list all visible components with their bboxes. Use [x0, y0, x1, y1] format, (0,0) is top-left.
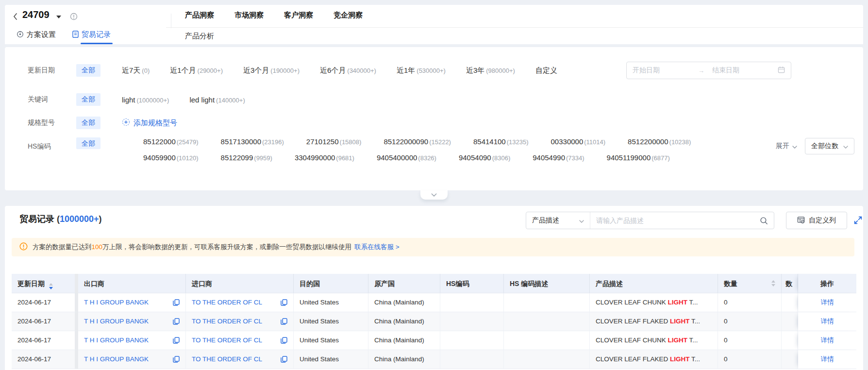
cell-destination: United States — [294, 293, 368, 312]
cell-origin: China (Mainland) — [368, 293, 440, 312]
option-count: (1000000+) — [137, 97, 169, 104]
hs-code-option[interactable]: 85414100(13235) — [473, 137, 529, 146]
exporter-link[interactable]: T H I GROUP BANGK — [84, 312, 149, 331]
hs-code-option[interactable]: 85122000(25479) — [143, 137, 199, 146]
exporter-link[interactable]: T H I GROUP BANGK — [84, 331, 149, 350]
add-spec-button[interactable]: 添加规格型号 — [122, 118, 177, 128]
keyword-option[interactable]: light(1000000+) — [122, 96, 169, 104]
sort-icon[interactable] — [49, 283, 53, 289]
search-type-select[interactable]: 产品描述 — [526, 212, 590, 229]
copy-icon[interactable] — [173, 356, 180, 363]
detail-link[interactable]: 详情 — [821, 355, 834, 363]
expand-toggle[interactable]: 展开 — [776, 142, 797, 151]
cell-truncated — [782, 312, 798, 331]
custom-date-option[interactable]: 自定义 — [535, 66, 557, 75]
date-option[interactable]: 近1个月(29000+) — [170, 66, 223, 75]
date-option[interactable]: 近3个月(190000+) — [243, 66, 300, 75]
copy-icon[interactable] — [173, 337, 180, 344]
hs-code-option[interactable]: 27101250(15808) — [306, 137, 362, 146]
cell-destination: United States — [294, 331, 368, 350]
contact-support-link[interactable]: 联系在线客服 > — [354, 243, 400, 251]
hs-code-option[interactable]: 00330000(11014) — [551, 137, 606, 146]
hs-code-option[interactable]: 3304990000(9681) — [295, 153, 354, 162]
cell-exporter: T H I GROUP BANGK — [78, 350, 186, 369]
nav-tab[interactable]: 客户洞察 — [284, 11, 313, 20]
tab-plan-settings[interactable]: 方案设置 — [17, 30, 56, 39]
hs-code-option[interactable]: 94059900(10120) — [143, 153, 199, 162]
date-option[interactable]: 近6个月(340000+) — [320, 66, 376, 75]
keyword-highlight: LIGHT — [668, 336, 688, 344]
copy-icon[interactable] — [281, 299, 287, 306]
end-date-placeholder[interactable]: 结束日期 — [704, 66, 778, 75]
cell-destination: United States — [294, 312, 368, 331]
filter-all-chip[interactable]: 全部 — [76, 93, 100, 106]
cell-quantity: 0 — [718, 312, 782, 331]
cell-origin: China (Mainland) — [368, 331, 440, 350]
option-count: (15222) — [429, 138, 451, 146]
collapse-panel-tab[interactable] — [420, 190, 448, 200]
importer-link[interactable]: TO THE ORDER OF CL — [192, 350, 262, 369]
filter-all-chip[interactable]: 全部 — [76, 64, 100, 77]
copy-icon[interactable] — [281, 337, 287, 344]
nav-tab[interactable]: 市场洞察 — [234, 11, 264, 20]
filter-all-chip[interactable]: 全部 — [76, 117, 100, 129]
customize-columns-button[interactable]: 自定义列 — [786, 212, 847, 229]
sort-icon[interactable] — [771, 280, 775, 286]
hs-code-option[interactable]: 8517130000(23196) — [221, 137, 284, 146]
date-option[interactable]: 近3年(980000+) — [466, 66, 515, 75]
header-quantity[interactable]: 数量 — [718, 274, 782, 293]
info-icon[interactable] — [70, 13, 78, 22]
header-update-date[interactable]: 更新日期 — [12, 274, 78, 293]
date-option[interactable]: 近7天(0) — [122, 66, 150, 75]
calendar-icon[interactable] — [778, 66, 785, 75]
detail-link[interactable]: 详情 — [821, 299, 834, 306]
hs-code-option[interactable]: 9405400000(8326) — [377, 153, 436, 162]
option-count: (6877) — [651, 154, 670, 162]
importer-link[interactable]: TO THE ORDER OF CL — [192, 293, 262, 312]
copy-icon[interactable] — [281, 356, 287, 363]
nav-tab[interactable]: 产品洞察 — [185, 11, 214, 20]
copy-icon[interactable] — [281, 318, 287, 325]
copy-icon[interactable] — [173, 299, 180, 306]
fullscreen-icon[interactable] — [853, 216, 863, 226]
hs-code-option[interactable]: 94051199000(6877) — [607, 153, 670, 162]
plan-caret-down-icon[interactable] — [56, 16, 61, 18]
option-count: (340000+) — [347, 67, 376, 74]
add-spec-label: 添加规格型号 — [134, 118, 177, 128]
cell-update-date: 2024-06-17 — [12, 312, 78, 331]
digits-select[interactable]: 全部位数 — [805, 138, 854, 154]
hs-code-option[interactable]: 8512200000(10238) — [628, 137, 691, 146]
cell-truncated — [782, 331, 798, 350]
hs-code-option[interactable]: 94054090(8306) — [459, 153, 510, 162]
hs-code-option[interactable]: 85122099(9959) — [221, 153, 272, 162]
detail-link[interactable]: 详情 — [821, 336, 834, 344]
cell-actions: 详情 — [798, 293, 856, 312]
copy-icon[interactable] — [173, 318, 180, 325]
search-input[interactable] — [590, 217, 753, 224]
filter-all-chip[interactable]: 全部 — [76, 137, 100, 149]
back-icon[interactable] — [13, 12, 17, 22]
exporter-link[interactable]: T H I GROUP BANGK — [84, 293, 149, 312]
detail-link[interactable]: 详情 — [821, 318, 834, 325]
importer-link[interactable]: TO THE ORDER OF CL — [192, 331, 262, 350]
date-range-picker[interactable]: 开始日期 → 结束日期 — [626, 62, 791, 79]
keyword-highlight: LIGHT — [670, 355, 690, 363]
plan-settings-label: 方案设置 — [27, 30, 56, 39]
table-body: 2024-06-17 T H I GROUP BANGK TO THE ORDE… — [12, 293, 856, 369]
exporter-link[interactable]: T H I GROUP BANGK — [84, 350, 149, 369]
date-option[interactable]: 近1年(530000+) — [397, 66, 446, 75]
tab-trade-records[interactable]: 贸易记录 — [72, 30, 111, 39]
hs-code-option[interactable]: 85122000090(15222) — [384, 137, 451, 146]
hs-code-option[interactable]: 94054990(7334) — [533, 153, 584, 162]
tab-product-analysis[interactable]: 产品分析 — [185, 32, 214, 41]
cell-truncated — [782, 350, 798, 369]
cell-product-desc: CLOVER LEAF CHUNK LIGHT T... — [590, 293, 718, 312]
section-title: 贸易记录 (1000000+) — [19, 213, 102, 225]
start-date-placeholder[interactable]: 开始日期 — [633, 66, 698, 75]
keyword-option[interactable]: led light(140000+) — [189, 96, 245, 104]
filter-row-hs-code: HS编码 全部 85122000(25479) 8517130000(23196… — [28, 137, 691, 162]
importer-link[interactable]: TO THE ORDER OF CL — [192, 312, 262, 331]
nav-tab[interactable]: 竞企洞察 — [334, 11, 363, 20]
header-product-desc: 产品描述 — [590, 274, 718, 293]
search-icon[interactable] — [753, 212, 774, 229]
